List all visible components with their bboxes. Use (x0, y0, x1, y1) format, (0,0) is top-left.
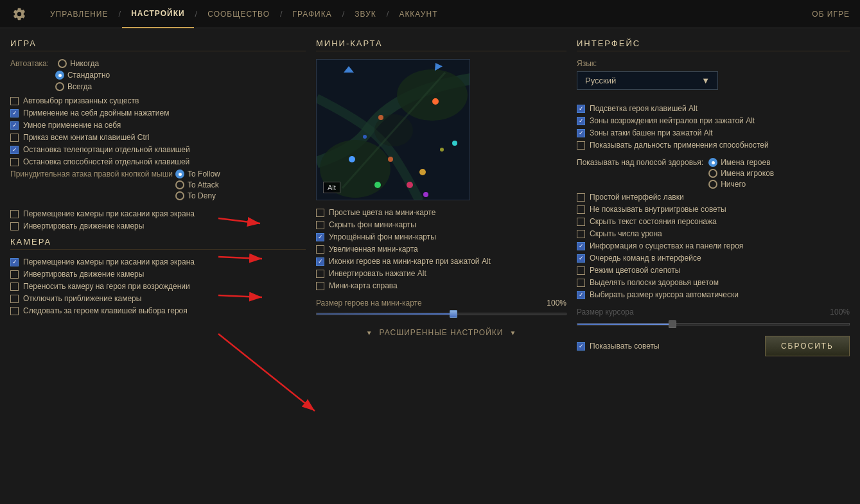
checkbox-map-right-box[interactable] (316, 282, 324, 290)
checkbox-invert-camera-box[interactable] (10, 270, 19, 279)
checkbox-hero-icons-alt-box[interactable] (316, 257, 324, 266)
show-health-nothing-radio[interactable] (708, 180, 717, 189)
nav-item-nastroyki[interactable]: НАСТРОЙКИ (122, 0, 193, 28)
checkbox-no-tips-box[interactable] (577, 205, 585, 214)
checkbox-ability-range-box[interactable] (577, 141, 585, 150)
checkbox-respawn-zones[interactable]: Зоны возрождения нейтралов при зажатой A… (577, 116, 850, 125)
checkbox-colorblind-box[interactable] (577, 266, 585, 275)
checkbox-primenenie-double[interactable]: Применение на себя двойным нажатием (10, 109, 306, 117)
checkbox-prikaz-ctrl[interactable]: Приказ всем юнитам клавишей Ctrl (10, 133, 306, 142)
checkbox-ostanovka-teleport-box[interactable] (10, 146, 19, 154)
checkbox-ostanovka-teleport[interactable]: Остановка телепортации отдельной клавише… (10, 145, 306, 154)
autoattack-standard[interactable]: Стандартно (55, 71, 110, 80)
checkbox-fast-move-box[interactable] (10, 222, 19, 230)
checkbox-edge-scroll[interactable]: Перемещение камеры при касании края экра… (10, 257, 306, 266)
checkbox-highlight-hero-alt-box[interactable] (577, 105, 585, 113)
force-attack-deny-radio[interactable] (175, 191, 184, 200)
checkbox-creature-info-box[interactable] (577, 242, 585, 250)
checkbox-autovybor[interactable]: Автовыбор призванных существ (10, 96, 306, 105)
checkbox-auto-cursor-size-box[interactable] (577, 291, 585, 299)
checkbox-edge-scroll-box[interactable] (10, 258, 19, 266)
checkbox-respawn-zones-box[interactable] (577, 117, 585, 125)
nav-item-grafika[interactable]: ГРАФИКА (284, 0, 341, 28)
checkbox-ostanovka-sposobnostei[interactable]: Остановка способностей отдельной клавише… (10, 157, 306, 166)
checkbox-hide-status-text[interactable]: Скрыть текст состояния персонажа (577, 217, 850, 226)
checkbox-simple-shop[interactable]: Простой интерфейс лавки (577, 193, 850, 202)
nav-item-soobschestvo[interactable]: СООБЩЕСТВО (198, 0, 279, 28)
checkbox-colorblind[interactable]: Режим цветовой слепоты (577, 266, 850, 275)
checkbox-command-queue-box[interactable] (577, 254, 585, 263)
checkbox-hide-status-text-box[interactable] (577, 218, 585, 226)
autoattack-never[interactable]: Никогда (58, 59, 99, 68)
checkbox-invert-camera[interactable]: Инвертировать движение камеры (10, 270, 306, 279)
checkbox-show-tips[interactable]: Показывать советы (577, 342, 660, 351)
reset-button[interactable]: СБРОСИТЬ (765, 336, 850, 356)
checkbox-simple-colors-box[interactable] (316, 209, 324, 217)
checkbox-tower-zones[interactable]: Зоны атаки башен при зажатой Alt (577, 128, 850, 137)
nav-item-ob-igre[interactable]: ОБ ИГРЕ (812, 10, 850, 19)
checkbox-hide-bg-box[interactable] (316, 221, 324, 229)
checkbox-hide-bg[interactable]: Скрыть фон мини-карты (316, 220, 566, 229)
checkbox-auto-cursor-size[interactable]: Выбирать размер курсора автоматически (577, 290, 850, 299)
force-attack-attack[interactable]: To Attack (175, 180, 220, 189)
force-attack-deny[interactable]: To Deny (175, 191, 220, 200)
checkbox-zoomed-map[interactable]: Увеличенная мини-карта (316, 245, 566, 254)
show-health-nothing[interactable]: Ничего (708, 180, 774, 189)
lang-select[interactable]: Русский ▼ (577, 71, 718, 90)
show-health-hero-names[interactable]: Имена героев (708, 158, 774, 167)
checkbox-follow-respawn[interactable]: Переносить камеру на героя при возрожден… (10, 282, 306, 291)
checkbox-follow-hero[interactable]: Следовать за героем клавишей выбора геро… (10, 306, 306, 315)
hero-size-slider-track[interactable] (316, 313, 566, 315)
force-attack-follow[interactable]: To Follow (175, 169, 220, 178)
checkbox-ability-range[interactable]: Показывать дальность применения способно… (577, 141, 850, 150)
checkbox-ostanovka-sposobnostei-box[interactable] (10, 158, 19, 166)
checkbox-prikaz-ctrl-box[interactable] (10, 134, 19, 142)
show-health-player-names[interactable]: Имена игроков (708, 169, 774, 178)
checkbox-fast-move[interactable]: Инвертировать движение камеры (10, 222, 306, 230)
checkbox-umnoe-primenenie[interactable]: Умное применение на себя (10, 121, 306, 130)
checkbox-follow-hero-box[interactable] (10, 307, 19, 315)
checkbox-invert-alt[interactable]: Инвертировать нажатие Alt (316, 269, 566, 278)
autoattack-never-radio[interactable] (58, 59, 67, 68)
gear-icon[interactable] (10, 5, 28, 23)
autoattack-always-radio[interactable] (55, 82, 64, 91)
force-attack-follow-radio[interactable] (175, 169, 184, 178)
nav-item-zvuk[interactable]: ЗВУК (346, 0, 385, 28)
checkbox-simple-colors[interactable]: Простые цвета на мини-карте (316, 208, 566, 217)
cursor-size-slider-track[interactable] (577, 323, 850, 326)
checkbox-zoomed-map-box[interactable] (316, 245, 324, 254)
checkbox-hide-damage-numbers[interactable]: Скрыть числа урона (577, 229, 850, 238)
checkbox-highlight-health-box[interactable] (577, 279, 585, 287)
checkbox-primenenie-double-box[interactable] (10, 109, 19, 117)
checkbox-hero-icons-alt[interactable]: Иконки героев на мини-карте при зажатой … (316, 257, 566, 266)
checkbox-disable-zoom-box[interactable] (10, 295, 19, 303)
checkbox-no-tips[interactable]: Не показывать внутриигровые советы (577, 205, 850, 214)
nav-item-akkount[interactable]: АККАУНТ (390, 0, 446, 28)
advanced-settings-row[interactable]: ▼ РАСШИРЕННЫЕ НАСТРОЙКИ ▼ (316, 328, 566, 337)
autoattack-standard-radio[interactable] (55, 71, 64, 80)
checkbox-fast-attack-box[interactable] (10, 210, 19, 218)
hero-size-slider-thumb[interactable] (450, 310, 457, 318)
checkbox-autovybor-box[interactable] (10, 97, 19, 105)
checkbox-command-queue[interactable]: Очередь команд в интерфейсе (577, 254, 850, 263)
checkbox-highlight-health[interactable]: Выделять полоски здоровья цветом (577, 278, 850, 287)
checkbox-map-right[interactable]: Мини-карта справа (316, 281, 566, 290)
force-attack-attack-radio[interactable] (175, 180, 184, 189)
checkbox-show-tips-box[interactable] (577, 342, 585, 351)
checkbox-follow-respawn-box[interactable] (10, 282, 19, 291)
show-health-hero-names-radio[interactable] (708, 158, 717, 167)
checkbox-fast-attack[interactable]: Перемещение камеры при касании края экра… (10, 209, 306, 218)
checkbox-invert-alt-box[interactable] (316, 270, 324, 278)
checkbox-disable-zoom[interactable]: Отключить приближение камеры (10, 294, 306, 303)
checkbox-umnoe-primenenie-box[interactable] (10, 121, 19, 130)
checkbox-simple-bg[interactable]: Упрощённый фон мини-карты (316, 232, 566, 241)
checkbox-simple-bg-box[interactable] (316, 233, 324, 241)
checkbox-creature-info[interactable]: Информация о существах на панели героя (577, 241, 850, 250)
nav-item-upravlenie[interactable]: УПРАВЛЕНИЕ (41, 0, 118, 28)
show-health-player-names-radio[interactable] (708, 169, 717, 178)
autoattack-always[interactable]: Всегда (55, 82, 92, 91)
checkbox-hide-damage-numbers-box[interactable] (577, 230, 585, 238)
checkbox-simple-shop-box[interactable] (577, 193, 585, 202)
checkbox-highlight-hero-alt[interactable]: Подсветка героя клавишей Alt (577, 104, 850, 113)
cursor-size-slider-thumb[interactable] (669, 320, 676, 328)
